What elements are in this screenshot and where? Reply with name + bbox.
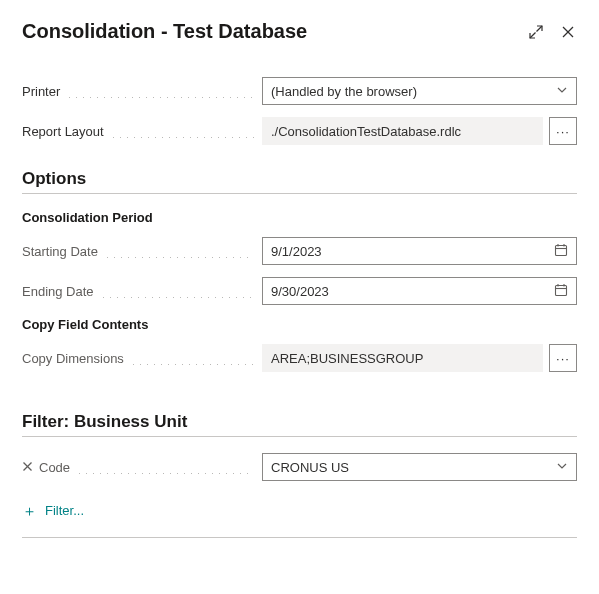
chevron-down-icon — [556, 460, 568, 475]
report-layout-value: ./ConsolidationTestDatabase.rdlc — [271, 124, 461, 139]
section-divider-options — [22, 193, 577, 194]
section-divider-bottom — [22, 537, 577, 538]
ending-date-value: 9/30/2023 — [271, 284, 329, 299]
row-copy-dimensions: Copy Dimensions AREA;BUSINESSGROUP ··· — [22, 344, 577, 372]
calendar-icon[interactable] — [554, 243, 568, 260]
report-layout-more-button[interactable]: ··· — [549, 117, 577, 145]
printer-label: Printer — [22, 84, 262, 99]
subheading-consolidation-period: Consolidation Period — [22, 210, 577, 225]
printer-value: (Handled by the browser) — [271, 84, 417, 99]
row-filter-code: Code CRONUS US — [22, 453, 577, 481]
plus-icon: ＋ — [22, 503, 37, 518]
page-title: Consolidation - Test Database — [22, 20, 307, 43]
report-layout-label: Report Layout — [22, 124, 262, 139]
copy-dimensions-more-button[interactable]: ··· — [549, 344, 577, 372]
dialog-header: Consolidation - Test Database — [22, 20, 577, 43]
ending-date-label: Ending Date — [22, 284, 262, 299]
ending-date-input[interactable]: 9/30/2023 — [262, 277, 577, 305]
header-actions — [527, 23, 577, 41]
add-filter-button[interactable]: ＋ Filter... — [22, 503, 84, 518]
section-title-filter: Filter: Business Unit — [22, 412, 577, 432]
section-title-options: Options — [22, 169, 577, 189]
row-report-layout: Report Layout ./ConsolidationTestDatabas… — [22, 117, 577, 145]
subheading-copy-field-contents: Copy Field Contents — [22, 317, 577, 332]
printer-select[interactable]: (Handled by the browser) — [262, 77, 577, 105]
section-divider-filter — [22, 436, 577, 437]
filter-code-label-cell: Code — [22, 460, 262, 475]
ellipsis-icon: ··· — [556, 351, 570, 366]
starting-date-value: 9/1/2023 — [271, 244, 322, 259]
add-filter-label: Filter... — [45, 503, 84, 518]
copy-dimensions-value-box: AREA;BUSINESSGROUP — [262, 344, 543, 372]
filter-code-value: CRONUS US — [271, 460, 349, 475]
svg-rect-0 — [556, 245, 567, 255]
row-starting-date: Starting Date 9/1/2023 — [22, 237, 577, 265]
filter-code-select[interactable]: CRONUS US — [262, 453, 577, 481]
svg-rect-1 — [556, 285, 567, 295]
expand-icon[interactable] — [527, 23, 545, 41]
copy-dimensions-value: AREA;BUSINESSGROUP — [271, 351, 423, 366]
calendar-icon[interactable] — [554, 283, 568, 300]
chevron-down-icon — [556, 84, 568, 99]
starting-date-label: Starting Date — [22, 244, 262, 259]
row-ending-date: Ending Date 9/30/2023 — [22, 277, 577, 305]
ellipsis-icon: ··· — [556, 124, 570, 139]
copy-dimensions-label: Copy Dimensions — [22, 351, 262, 366]
remove-filter-icon[interactable] — [22, 460, 33, 475]
starting-date-input[interactable]: 9/1/2023 — [262, 237, 577, 265]
close-icon[interactable] — [559, 23, 577, 41]
report-layout-value-box: ./ConsolidationTestDatabase.rdlc — [262, 117, 543, 145]
filter-code-label: Code — [39, 460, 74, 475]
row-printer: Printer (Handled by the browser) — [22, 77, 577, 105]
